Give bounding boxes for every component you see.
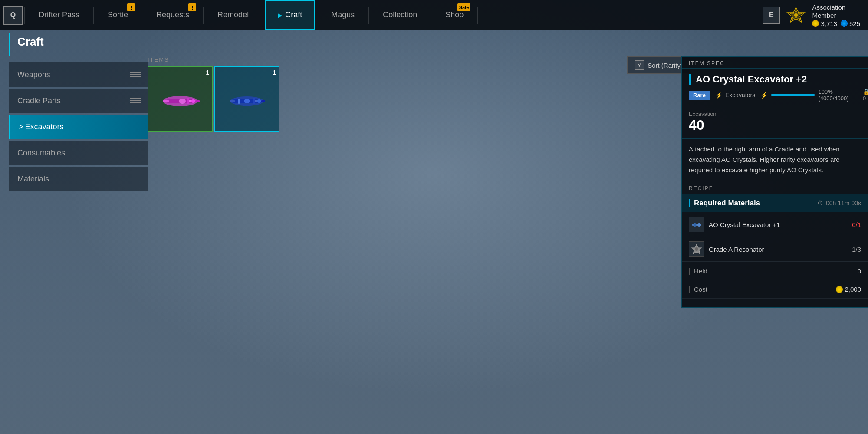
stat-value-row: 40	[689, 117, 861, 133]
sidebar-item-excavators[interactable]: Excavators	[9, 115, 148, 139]
gold-currency: 3,713	[812, 20, 837, 27]
nav-divider-4	[203, 7, 204, 24]
material-name-2: Grade A Resonator	[709, 246, 848, 253]
sidebar-item-weapons[interactable]: Weapons	[9, 62, 148, 87]
svg-rect-8	[187, 98, 189, 104]
required-materials-header: Required Materials ⏱ 00h 11m 00s	[682, 194, 868, 212]
excavator-blue-icon	[221, 86, 273, 112]
material-count-1: 0/1	[852, 221, 861, 228]
q-button[interactable]: Q	[3, 6, 23, 25]
nav-item-sortie[interactable]: ! Sortie	[95, 0, 140, 30]
held-label: Held	[694, 267, 707, 275]
bottom-section: Held 0 Cost 2,000	[682, 262, 868, 299]
item-color-bar	[689, 74, 691, 85]
durability-bar-wrap	[771, 94, 815, 96]
blue-currency: 525	[841, 20, 860, 27]
requests-badge: !	[188, 3, 196, 11]
blue-icon	[841, 20, 848, 27]
svg-rect-6	[163, 100, 169, 102]
recipe-section: RECIPE Required Materials ⏱ 00h 11m 00s …	[682, 181, 868, 262]
svg-point-17	[257, 99, 261, 103]
currency-row: 3,713 525	[812, 20, 860, 27]
durability-icon: ⚡	[760, 92, 768, 99]
recipe-label: RECIPE	[682, 181, 868, 194]
nav-item-label: Magus	[331, 10, 355, 20]
nav-item-requests[interactable]: ! Requests	[144, 0, 201, 30]
item-count-1: 1	[206, 69, 209, 76]
gold-amount: 3,713	[821, 20, 837, 27]
nav-item-remodel[interactable]: Remodel	[205, 0, 261, 30]
sidebar-item-cradle-parts[interactable]: Cradle Parts	[9, 89, 148, 113]
item-count-2: 1	[273, 69, 276, 76]
svg-rect-14	[230, 100, 235, 102]
nav-divider-3	[142, 7, 142, 24]
association-name: AssociationMember	[812, 3, 845, 20]
association-info: AssociationMember 3,713 525	[812, 3, 860, 27]
durability-row: ⚡ 100%(4000/4000) 🔒0	[760, 89, 868, 102]
type-separator: ⚡	[715, 92, 723, 99]
nav-item-magus[interactable]: Magus	[319, 0, 367, 30]
e-button[interactable]: E	[763, 7, 780, 24]
stat-row: Excavation	[689, 111, 861, 117]
nav-item-drifter-pass[interactable]: Drifter Pass	[26, 0, 92, 30]
item-meta-row: Rare ⚡ Excavators ⚡ 100%(4000/4000) 🔒0	[689, 89, 861, 102]
nav-divider	[24, 7, 25, 24]
svg-rect-16	[253, 98, 255, 104]
nav-item-label: Collection	[383, 10, 417, 20]
durability-bar	[771, 94, 815, 96]
sidebar: Craft Weapons Cradle Parts Excavators Co…	[9, 33, 148, 193]
material-icon-1	[689, 217, 704, 232]
nav-divider-5	[263, 7, 263, 24]
cost-value: 2,000	[836, 286, 861, 293]
cost-label: Cost	[694, 286, 707, 293]
sidebar-item-consumables[interactable]: Consumables	[9, 141, 148, 165]
cost-row: Cost 2,000	[682, 280, 868, 299]
emblem-icon	[786, 6, 806, 25]
nav-item-collection[interactable]: Collection	[371, 0, 429, 30]
item-spec-panel: ITEM SPEC AO Crystal Excavator +2 Rare ⚡…	[681, 56, 868, 308]
item-cell-1[interactable]: 1	[148, 66, 213, 132]
cost-bar	[689, 286, 690, 293]
material-count-2: 1/3	[852, 246, 861, 253]
sidebar-item-materials[interactable]: Materials	[9, 167, 148, 191]
cost-number: 2,000	[845, 286, 861, 293]
sidebar-item-label: Excavators	[25, 122, 64, 132]
sort-button[interactable]: Y Sort (Rarity)	[627, 56, 690, 74]
nav-item-label: Remodel	[217, 10, 249, 20]
nav-item-label: Drifter Pass	[39, 10, 79, 20]
held-label-row: Held	[689, 267, 707, 275]
excavator-mat-icon	[690, 218, 703, 230]
craft-arrow-icon: ▶	[278, 12, 283, 19]
items-area: ITEMS 1	[148, 56, 279, 132]
sort-key-label: Y	[635, 60, 644, 70]
nav-item-label: Requests	[156, 10, 189, 20]
nav-right: E AssociationMember 3,713 525	[759, 3, 865, 27]
svg-rect-10	[195, 100, 200, 102]
craft-title: Craft	[9, 33, 148, 56]
svg-point-7	[179, 99, 186, 104]
nav-divider-7	[368, 7, 369, 24]
timer-value: 00h 11m 00s	[826, 200, 861, 207]
item-cell-2[interactable]: 1	[214, 66, 279, 132]
nav-item-label: Sortie	[108, 10, 128, 20]
nav-divider-2	[93, 7, 94, 24]
held-value: 0	[858, 267, 861, 275]
req-mat-title: Required Materials	[694, 199, 760, 207]
durability-text: 100%(4000/4000)	[818, 89, 855, 102]
sidebar-item-label: Materials	[17, 174, 49, 184]
svg-point-9	[191, 99, 195, 103]
nav-item-craft[interactable]: ▶ Craft	[265, 0, 315, 30]
nav-divider-6	[317, 7, 317, 24]
svg-point-21	[697, 223, 701, 227]
sidebar-item-label: Weapons	[17, 70, 50, 79]
nav-item-shop[interactable]: Sale Shop	[433, 0, 476, 30]
svg-point-15	[244, 99, 250, 103]
item-image-2	[215, 67, 279, 131]
nav-divider-9	[477, 7, 478, 24]
item-title-bar: AO Crystal Excavator +2 Rare ⚡ Excavator…	[682, 69, 868, 105]
material-row-2: Grade A Resonator 1/3	[682, 237, 868, 262]
material-icon-2	[689, 241, 704, 257]
items-label: ITEMS	[148, 56, 279, 63]
timer-icon: ⏱	[817, 200, 823, 207]
item-name: AO Crystal Excavator +2	[696, 74, 807, 85]
